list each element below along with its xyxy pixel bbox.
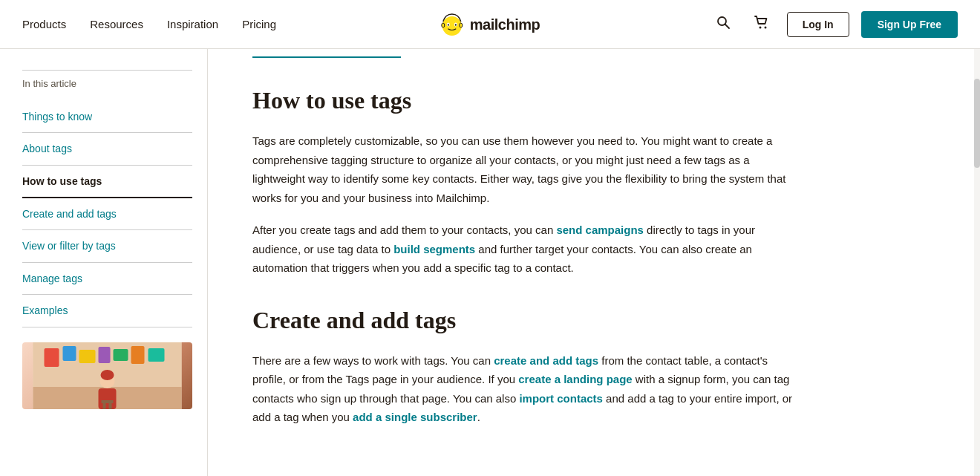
top-decoration xyxy=(252,56,401,58)
nav-right: Log In Sign Up Free xyxy=(710,11,958,38)
sidebar-link-things-to-know[interactable]: Things to know xyxy=(22,101,192,133)
section1-para1: Tags are completely customizable, so you… xyxy=(252,131,802,207)
create-landing-page-link[interactable]: create a landing page xyxy=(518,373,632,385)
section1-heading: How to use tags xyxy=(252,82,802,120)
import-contacts-link[interactable]: import contacts xyxy=(519,392,603,405)
svg-rect-16 xyxy=(99,347,111,363)
svg-rect-19 xyxy=(148,348,165,362)
sidebar-link-manage-tags[interactable]: Manage tags xyxy=(22,263,192,295)
nav-products[interactable]: Products xyxy=(22,16,66,33)
sidebar-top-divider xyxy=(22,70,192,71)
build-segments-link[interactable]: build segments xyxy=(393,243,475,255)
section1-para2: After you create tags and add them to yo… xyxy=(252,221,802,278)
svg-point-10 xyxy=(764,27,766,29)
logo-text: mailchimp xyxy=(470,13,540,36)
sidebar-link-create-and-add-tags[interactable]: Create and add tags xyxy=(22,198,192,230)
sidebar-link-about-tags[interactable]: About tags xyxy=(22,133,192,165)
create-and-add-tags-link[interactable]: create and add tags xyxy=(494,354,598,367)
svg-rect-13 xyxy=(45,348,59,367)
logo-area: mailchimp xyxy=(440,11,540,38)
logo-link[interactable]: mailchimp xyxy=(440,11,540,38)
section2-para1-end: . xyxy=(477,411,480,423)
login-button[interactable]: Log In xyxy=(787,12,849,37)
svg-rect-17 xyxy=(114,349,128,361)
scrollbar-track[interactable] xyxy=(974,49,980,476)
sidebar-image xyxy=(22,342,192,409)
svg-point-3 xyxy=(448,24,449,25)
scrollbar-thumb[interactable] xyxy=(974,79,980,168)
nav-resources[interactable]: Resources xyxy=(90,16,143,33)
section2-heading: Create and add tags xyxy=(252,301,802,339)
page-layout: In this article Things to know About tag… xyxy=(0,49,980,476)
svg-point-6 xyxy=(460,23,463,27)
section2-para1: There are a few ways to work with tags. … xyxy=(252,351,802,427)
cart-icon xyxy=(754,14,770,34)
sidebar-link-how-to-use-tags[interactable]: How to use tags xyxy=(22,166,192,198)
sidebar: In this article Things to know About tag… xyxy=(0,49,208,476)
svg-point-0 xyxy=(442,16,462,36)
svg-rect-22 xyxy=(99,388,117,409)
add-single-subscriber-link[interactable]: add a single subscriber xyxy=(353,411,477,423)
nav-pricing[interactable]: Pricing xyxy=(242,16,276,33)
search-button[interactable] xyxy=(710,11,736,38)
nav-inspiration[interactable]: Inspiration xyxy=(167,16,218,33)
send-campaigns-link[interactable]: send campaigns xyxy=(556,224,644,236)
sidebar-link-view-or-filter-by-tags[interactable]: View or filter by tags xyxy=(22,230,192,262)
nav-left: Products Resources Inspiration Pricing xyxy=(22,16,276,33)
svg-point-9 xyxy=(759,27,761,29)
sidebar-link-examples[interactable]: Examples xyxy=(22,295,192,327)
signup-button[interactable]: Sign Up Free xyxy=(861,11,958,38)
svg-rect-18 xyxy=(131,346,145,364)
section2-para1-before: There are a few ways to work with tags. … xyxy=(252,354,494,367)
search-icon xyxy=(716,15,731,33)
svg-point-4 xyxy=(455,24,457,25)
svg-line-8 xyxy=(725,25,729,29)
svg-point-5 xyxy=(442,23,445,27)
section1-para2-before: After you create tags and add them to yo… xyxy=(252,224,556,236)
svg-rect-14 xyxy=(63,346,76,361)
svg-point-26 xyxy=(101,370,114,380)
svg-rect-25 xyxy=(109,403,112,409)
svg-rect-15 xyxy=(79,350,96,363)
in-this-article-label: In this article xyxy=(22,76,192,92)
main-content: How to use tags Tags are completely cust… xyxy=(208,49,846,476)
svg-rect-24 xyxy=(103,403,106,409)
cart-button[interactable] xyxy=(748,11,775,38)
freddie-icon xyxy=(440,11,464,38)
navbar: Products Resources Inspiration Pricing m… xyxy=(0,0,980,49)
svg-rect-23 xyxy=(102,400,114,403)
